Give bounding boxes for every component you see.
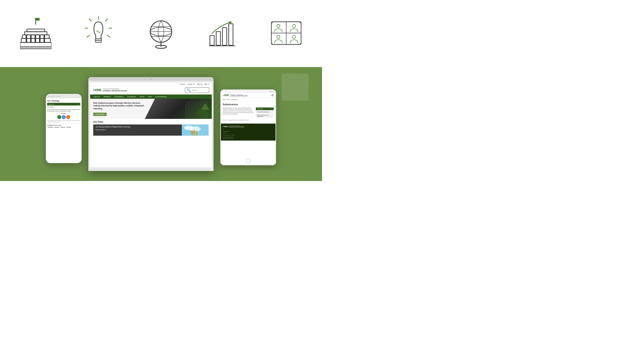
bottom-devices-section: Home > About us > Our Strategy Our Strat… <box>0 67 322 181</box>
nav-standards[interactable]: Standards <box>102 94 112 99</box>
tablet-menu-icon[interactable] <box>272 94 274 96</box>
xrb-hero-text: New Zealand prospers through effective d… <box>90 99 151 118</box>
tablet-dot-3 <box>273 91 274 92</box>
svg-rect-2 <box>27 29 45 32</box>
tablet-sidebar-auditing[interactable]: Auditing and Assurance Submissions <box>256 114 274 118</box>
careers-link[interactable]: Careers <box>180 83 186 85</box>
tablet-body-layout: Making submissions on a range of issues … <box>223 107 274 118</box>
subscribe-button[interactable]: SUBSCRIBE <box>93 113 107 116</box>
tablet-footer-logo-icon: ≡XRB <box>223 126 228 128</box>
xrb-article-card[interactable]: Our February edition of Pitopito Kōrero … <box>93 124 209 136</box>
mobile-dropdown-arrow: ▼ <box>78 103 79 105</box>
tablet-footer-logo: ≡XRB Te Kāwai Ārahi Pūrongo Mōwaho EXTER… <box>223 125 274 128</box>
tablet-nz-govt-text: Te Kāwanatanga o Aotearoa New Zealand Go… <box>223 137 234 139</box>
contact-link[interactable]: Contact Us <box>188 83 195 85</box>
nav-news[interactable]: News <box>146 94 154 99</box>
mobile-mockup: Home > About us > Our Strategy Our Strat… <box>46 94 82 163</box>
xrb-article-img <box>182 124 209 136</box>
tablet-sidebar-submissions-label: Submissions <box>257 108 263 109</box>
svg-line-19 <box>107 35 110 37</box>
xrb-article-text: Our February edition of Pitopito Kōrero … <box>93 124 182 136</box>
svg-rect-30 <box>216 31 220 45</box>
svg-rect-21 <box>96 41 101 42</box>
mobile-circle-2: S <box>62 115 66 119</box>
logo-maori: Te Kāwai Ārahi Pūrongo Mōwaho <box>103 88 119 90</box>
mobile-top-bar: Home > About us > Our Strategy <box>46 94 82 98</box>
svg-point-40 <box>277 35 280 38</box>
signup-link[interactable]: Sign Up <box>197 83 202 85</box>
article-heading: Our February edition of Pitopito Kōrero … <box>96 126 180 128</box>
svg-point-42 <box>272 22 273 23</box>
svg-rect-8 <box>26 35 27 42</box>
tablet-page-title: Submissions <box>223 103 274 106</box>
tablet-breadcrumb-current: Home > Submissions <box>227 99 237 100</box>
tablet-breadcrumb-home[interactable]: Home <box>223 99 226 100</box>
nav-events[interactable]: Events <box>138 94 146 99</box>
tablet-menu-bar-1 <box>272 94 274 95</box>
tablet-dot-1 <box>270 91 270 92</box>
tablet-sitemap-link[interactable]: Sitemap <box>231 134 234 136</box>
tablet-content: Submissions Making submissions on a rang… <box>221 101 276 123</box>
tablet-click-hint: Click on the menu to the right to view s… <box>223 120 274 121</box>
laptop-camera-dot <box>150 78 152 79</box>
tablet-footer-logo-maori: Te Kāwai Ārahi Pūrongo Mōwaho <box>228 125 240 126</box>
top-icons-section <box>0 0 322 67</box>
bg-dots <box>282 74 308 100</box>
xrb-logo-icon: ≡XRB <box>93 88 101 92</box>
svg-rect-32 <box>229 24 233 45</box>
search-input[interactable] <box>192 89 208 91</box>
svg-rect-9 <box>30 35 32 42</box>
tablet-sidebar-chevron: ▲ <box>272 108 272 109</box>
logo-english: EXTERNAL REPORTING BOARD <box>103 90 127 92</box>
tablet-menu-bar-2 <box>272 95 274 95</box>
tablet-sidebar-accounting[interactable]: Accounting Submissions <box>256 111 274 113</box>
mobile-tags: Stakeholders Standards Outcomes Integrat… <box>47 126 80 128</box>
tablet-footer-logo-english: EXTERNAL REPORTING BOARD <box>228 126 244 128</box>
xrb-hero: New Zealand prospers through effective d… <box>90 99 212 119</box>
svg-rect-55 <box>190 132 195 133</box>
lightbulb-icon <box>83 16 114 51</box>
xrb-search-bar[interactable]: 🔍 <box>185 87 209 93</box>
nav-about-us[interactable]: About us <box>92 94 102 99</box>
mobile-tag-3: Outcomes <box>60 126 66 128</box>
tablet-home-button[interactable] <box>246 159 250 163</box>
tablet-sidebar-accounting-label: Accounting Submissions <box>257 111 269 113</box>
tablet-logo-english: EXTERNAL REPORTING BOARD <box>230 95 248 97</box>
tablet-contact-link[interactable]: Contact us <box>223 132 274 134</box>
signin-link[interactable]: Sign In <box>204 83 209 85</box>
svg-point-41 <box>292 35 296 38</box>
xrb-logo-text: Te Kāwai Ārahi Pūrongo Mōwaho EXTERNAL R… <box>103 88 127 92</box>
tablet-breadcrumb: Home › Home > Submissions <box>221 98 276 101</box>
svg-rect-3 <box>24 32 47 35</box>
mobile-vision-heading: Our Vision: <box>47 106 80 108</box>
svg-line-14 <box>89 19 91 21</box>
svg-rect-53 <box>196 131 197 136</box>
tablet-footer-nz: Te Kāwanatanga o Aotearoa New Zealand Go… <box>223 137 274 139</box>
tablet-linkedin-icon[interactable]: in <box>223 129 274 130</box>
laptop-mockup: Careers Contact Us Sign Up Sign In ≡XRB … <box>88 77 214 171</box>
mobile-dropdown-label: About us <box>48 103 54 105</box>
laptop-screen: Careers Contact Us Sign Up Sign In ≡XRB … <box>90 82 212 167</box>
government-building-icon-container <box>18 11 54 56</box>
tablet-sidebar-auditing-label: Auditing and Assurance Submissions <box>257 114 272 117</box>
article-subtext: Get the latest on: <box>96 129 180 131</box>
tablet-main-text: Making submissions on a range of issues … <box>223 107 254 118</box>
svg-rect-12 <box>44 35 45 42</box>
tablet-privacy-link[interactable]: Privacy Statement <box>223 134 230 136</box>
nav-submissions[interactable]: Submissions <box>126 94 138 99</box>
mobile-dropdown[interactable]: About us ▼ <box>47 103 80 105</box>
mobile-vision-text: New Zealand prospers through effective d… <box>47 109 80 112</box>
mobile-tag-1: Stakeholders <box>47 126 54 128</box>
nav-board-meetings[interactable]: Board Meetings <box>154 94 168 99</box>
search-icon: 🔍 <box>186 88 191 92</box>
chart-growth-icon-container <box>206 11 242 56</box>
svg-rect-7 <box>20 47 52 49</box>
nav-consultations[interactable]: Consultations <box>112 94 126 99</box>
xrb-logo: ≡XRB Te Kāwai Ārahi Pūrongo Mōwaho EXTER… <box>93 88 127 92</box>
svg-line-18 <box>87 35 90 37</box>
svg-point-44 <box>272 43 273 45</box>
mobile-circle-3: E <box>66 115 70 119</box>
xrb-website: Careers Contact Us Sign Up Sign In ≡XRB … <box>90 82 212 167</box>
tablet-sidebar-submissions[interactable]: Submissions ▲ <box>256 107 274 110</box>
globe-icon-container <box>143 11 179 56</box>
